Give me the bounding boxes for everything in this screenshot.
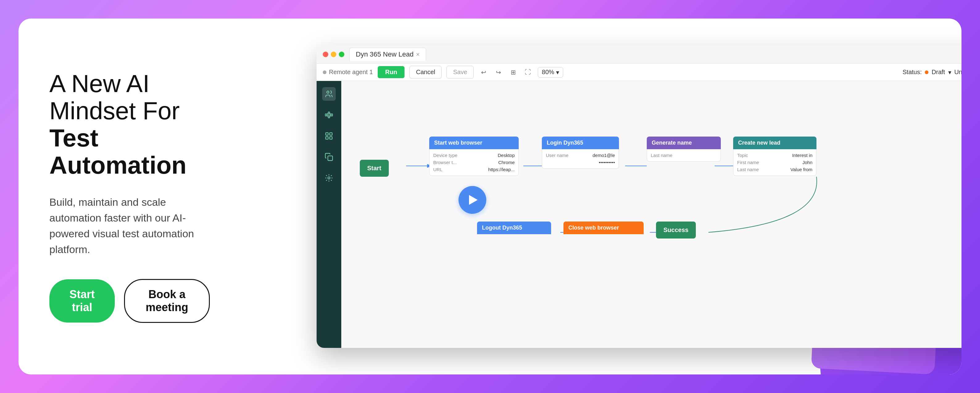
dot-yellow[interactable]	[331, 51, 336, 57]
create-new-lead-header: Create new lead	[733, 137, 816, 149]
book-meeting-button[interactable]: Book a meeting	[124, 279, 210, 323]
svg-rect-3	[328, 115, 330, 118]
login-dyn365-node: Login Dyn365 User name demo1@le ••••••••…	[542, 137, 619, 169]
logout-dyn365-node: Logout Dyn365	[477, 222, 551, 234]
headline-line2: Test Automation	[49, 125, 210, 179]
toolbar: Remote agent 1 Run Cancel Save ↩ ↪ ⊞ ⛶ 8…	[317, 64, 961, 81]
status-dot	[925, 70, 929, 74]
close-web-browser-header: Close web browser	[563, 222, 644, 234]
first-name-row: First name John	[737, 159, 813, 166]
headline: A New AI Mindset For Test Automation	[49, 70, 210, 179]
start-trial-button[interactable]: Start trial	[49, 279, 115, 323]
start-web-browser-header: Start web browser	[429, 137, 519, 149]
svg-rect-12	[329, 137, 332, 139]
create-new-lead-node: Create new lead Topic Interest in First …	[733, 137, 816, 176]
fit-icon[interactable]: ⊞	[508, 67, 518, 77]
status-label: Status:	[902, 69, 922, 76]
subtext: Build, maintain and scale automation fas…	[49, 194, 210, 257]
sidebar-icon-copy[interactable]	[322, 150, 336, 164]
right-panel: Dyn 365 New Lead × Remote agent 1 Run Ca…	[234, 19, 961, 374]
app-window: Dyn 365 New Lead × Remote agent 1 Run Ca…	[317, 45, 961, 348]
start-web-browser-node: Start web browser Device type Desktop Br…	[429, 137, 519, 176]
svg-rect-4	[331, 114, 332, 116]
sidebar-icon-flow[interactable]	[322, 108, 336, 122]
zoom-chevron: ▾	[556, 69, 559, 76]
generate-name-header: Generate name	[647, 137, 721, 149]
sidebar-icon-grid[interactable]	[322, 129, 336, 143]
play-button[interactable]	[458, 186, 486, 214]
svg-rect-11	[326, 137, 328, 139]
create-new-lead-body: Topic Interest in First name John Last n…	[733, 149, 816, 176]
dot-green[interactable]	[339, 51, 344, 57]
success-node: Success	[656, 222, 696, 238]
undo-icon[interactable]: ↩	[479, 67, 488, 77]
cta-row: Start trial Book a meeting	[49, 279, 210, 323]
status-value: Draft	[932, 69, 945, 76]
generate-name-node: Generate name Last name	[647, 137, 721, 161]
app-tab[interactable]: Dyn 365 New Lead ×	[349, 48, 426, 61]
svg-point-14	[328, 177, 330, 179]
url-row: URL https://leap...	[433, 166, 515, 173]
zoom-control[interactable]: 80% ▾	[538, 67, 563, 78]
svg-rect-2	[328, 112, 330, 114]
browser-row: Browser t... Chrome	[433, 159, 515, 166]
start-node: Start	[360, 160, 389, 177]
run-button[interactable]: Run	[378, 66, 404, 78]
tab-close-icon[interactable]: ×	[416, 51, 420, 58]
save-button[interactable]: Save	[447, 66, 474, 78]
main-area: Start Start web browser Device type Desk…	[317, 81, 961, 348]
unassigned-label: Unas...	[955, 69, 961, 76]
agent-status-dot	[323, 70, 326, 74]
login-dyn365-body: User name demo1@le ••••••••••	[542, 149, 619, 169]
play-icon	[469, 195, 478, 205]
password-row: ••••••••••	[546, 159, 615, 166]
agent-label: Remote agent 1	[329, 69, 373, 76]
agent-indicator: Remote agent 1	[323, 69, 373, 76]
status-row: Status: Draft ▾ Unas...	[902, 69, 961, 76]
svg-rect-1	[325, 114, 327, 116]
tab-label: Dyn 365 New Lead	[356, 50, 414, 58]
headline-line1: A New AI Mindset For	[49, 70, 210, 125]
username-row: User name demo1@le	[546, 152, 615, 159]
generate-name-body: Last name	[647, 149, 721, 161]
main-card: A New AI Mindset For Test Automation Bui…	[19, 19, 961, 374]
zoom-value: 80%	[542, 69, 554, 76]
cancel-button[interactable]: Cancel	[409, 66, 442, 78]
logout-dyn365-header: Logout Dyn365	[477, 222, 551, 234]
dot-red[interactable]	[323, 51, 328, 57]
svg-point-0	[327, 91, 329, 93]
success-node-label: Success	[663, 227, 689, 233]
connectors-svg	[341, 81, 961, 297]
last-name-row: Last name	[651, 152, 717, 159]
title-bar: Dyn 365 New Lead ×	[317, 45, 961, 64]
flow-canvas[interactable]: Start Start web browser Device type Desk…	[341, 81, 961, 348]
close-web-browser-node: Close web browser	[563, 222, 644, 234]
redo-icon[interactable]: ↪	[493, 67, 503, 77]
device-type-row: Device type Desktop	[433, 152, 515, 159]
svg-rect-9	[326, 133, 328, 135]
sidebar-icon-settings[interactable]	[322, 171, 336, 185]
topic-row: Topic Interest in	[737, 152, 813, 159]
svg-rect-13	[328, 156, 332, 161]
left-panel: A New AI Mindset For Test Automation Bui…	[19, 45, 234, 348]
start-web-browser-body: Device type Desktop Browser t... Chrome …	[429, 149, 519, 176]
fullscreen-icon[interactable]: ⛶	[523, 67, 533, 77]
login-dyn365-header: Login Dyn365	[542, 137, 619, 149]
start-node-label: Start	[367, 165, 381, 171]
svg-rect-10	[329, 133, 332, 135]
sidebar	[317, 81, 341, 348]
sidebar-icon-users[interactable]	[322, 87, 336, 101]
create-last-name-row: Last name Value from	[737, 166, 813, 173]
window-dots	[323, 51, 344, 57]
chevron-down-icon: ▾	[948, 69, 951, 76]
